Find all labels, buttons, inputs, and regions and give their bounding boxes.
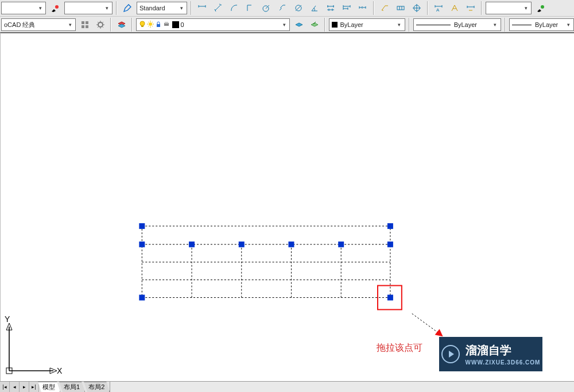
sun-icon (147, 21, 154, 29)
toolbar-divider (191, 1, 192, 15)
svg-rect-32 (338, 242, 344, 247)
svg-point-11 (98, 22, 103, 27)
baseline-dim-icon[interactable] (340, 1, 354, 15)
aligned-dim-icon[interactable] (211, 1, 225, 15)
chevron-down-icon: ▾ (36, 5, 44, 11)
ucs-y-label: Y (5, 316, 10, 324)
layer-combo[interactable]: 0 ▾ (136, 18, 290, 31)
textstyle-combo[interactable]: Standard ▾ (137, 2, 187, 14)
svg-rect-34 (139, 294, 145, 300)
canvas-overlay (1, 33, 574, 382)
annotation-text: 拖拉该点可 (377, 342, 422, 354)
linear-dim-icon[interactable] (195, 1, 209, 15)
color-brush-icon[interactable] (48, 1, 62, 15)
diameter-dim-icon[interactable] (292, 1, 305, 15)
svg-point-0 (55, 5, 59, 9)
layer-isolate-icon[interactable] (292, 18, 305, 32)
layer-manager-icon[interactable] (115, 18, 128, 32)
toolbar-divider (116, 1, 117, 15)
angular-dim-icon[interactable] (308, 1, 321, 15)
layer-color-swatch (172, 21, 179, 28)
ordinate-dim-icon[interactable] (243, 1, 257, 15)
watermark-title: 溜溜自学 (466, 343, 541, 358)
lock-icon (155, 21, 162, 29)
quick-dim-icon[interactable] (324, 1, 338, 15)
chevron-down-icon: ▾ (564, 22, 572, 28)
toolbar-divider (373, 1, 374, 15)
tab-model[interactable]: 模型 (38, 382, 60, 392)
dimstyle-combo[interactable]: ▾ (486, 2, 532, 14)
toolbar-divider (324, 18, 325, 32)
toolbar-divider (409, 18, 410, 32)
chevron-down-icon: ▾ (177, 5, 185, 11)
play-icon (441, 345, 460, 363)
linetype-combo[interactable]: ByLayer ▾ (413, 18, 501, 31)
pencil-icon[interactable] (121, 1, 134, 15)
svg-rect-35 (387, 294, 393, 300)
arc-dim-icon[interactable] (227, 1, 241, 15)
workspace-combo[interactable]: oCAD 经典 ▾ (1, 18, 76, 31)
svg-rect-8 (86, 21, 88, 24)
combo-generic-2[interactable]: ▾ (64, 2, 113, 14)
leader-icon[interactable] (378, 1, 391, 15)
workspace-combo-value: oCAD 经典 (4, 21, 35, 29)
combo-generic-1[interactable]: ▾ (1, 2, 46, 14)
linetype-sample (416, 25, 451, 25)
color-combo-value: ByLayer (340, 21, 363, 28)
color-combo[interactable]: ByLayer ▾ (329, 18, 405, 31)
layer-combo-value: 0 (180, 21, 184, 28)
svg-rect-31 (288, 242, 294, 247)
svg-point-14 (149, 22, 152, 26)
chevron-down-icon: ▾ (491, 22, 499, 28)
tab-last-button[interactable]: ▸| (29, 382, 39, 392)
plot-icon (163, 21, 170, 29)
chevron-down-icon: ▾ (103, 5, 111, 11)
svg-rect-3 (397, 6, 404, 10)
chevron-down-icon: ▾ (395, 22, 404, 28)
drawing-canvas[interactable]: 拖拉该点可 Y X 溜溜自学 WWW.ZIXUE.3D66.COM (0, 32, 574, 382)
gear-icon[interactable] (94, 18, 107, 32)
tab-next-button[interactable]: ▸ (20, 382, 29, 392)
toolbar-row-2: oCAD 经典 ▾ 0 ▾ (0, 17, 574, 33)
center-mark-icon[interactable] (410, 1, 424, 15)
svg-line-37 (412, 313, 442, 335)
tab-prev-button[interactable]: ◂ (10, 382, 20, 392)
tolerance-icon[interactable] (394, 1, 408, 15)
chevron-down-icon: ▾ (66, 22, 74, 28)
svg-rect-27 (387, 223, 393, 229)
continue-dim-icon[interactable] (356, 1, 370, 15)
tab-track (110, 382, 574, 392)
svg-rect-33 (387, 242, 393, 247)
lineweight-combo[interactable]: ByLayer ▾ (509, 18, 574, 31)
gear-grid-icon[interactable] (78, 18, 91, 32)
chevron-down-icon: ▾ (522, 5, 530, 11)
toolbar-divider (505, 18, 506, 32)
svg-rect-28 (139, 242, 145, 247)
dimstyle-brush-icon[interactable] (534, 1, 548, 15)
svg-rect-18 (142, 226, 390, 298)
dimtext-icon[interactable] (448, 1, 461, 15)
tab-layout1[interactable]: 布局1 (59, 382, 85, 392)
tab-layout2[interactable]: 布局2 (84, 382, 110, 392)
color-swatch (332, 22, 338, 28)
svg-text:A: A (436, 7, 440, 13)
tab-first-button[interactable]: |◂ (0, 382, 10, 392)
toolbar-divider (110, 18, 111, 32)
watermark: 溜溜自学 WWW.ZIXUE.3D66.COM (439, 337, 542, 371)
linetype-combo-value: ByLayer (454, 21, 477, 28)
svg-rect-15 (157, 24, 160, 27)
ucs-icon: Y X (1, 316, 64, 379)
layer-previous-icon[interactable] (308, 18, 321, 32)
chevron-down-icon: ▾ (280, 22, 288, 28)
ucs-x-label: X (57, 366, 63, 375)
radius-dim-icon[interactable] (259, 1, 273, 15)
dimedit-icon[interactable]: A (432, 1, 445, 15)
svg-rect-30 (239, 242, 245, 247)
toolbar-row-1: ▾ ▾ Standard ▾ A (0, 0, 574, 17)
svg-point-12 (140, 21, 145, 26)
dimupdate-icon[interactable] (464, 1, 478, 15)
jog-dim-icon[interactable] (276, 1, 289, 15)
toolbar-divider (131, 18, 133, 32)
textstyle-combo-value: Standard (139, 5, 165, 11)
toolbar-divider (427, 1, 428, 15)
